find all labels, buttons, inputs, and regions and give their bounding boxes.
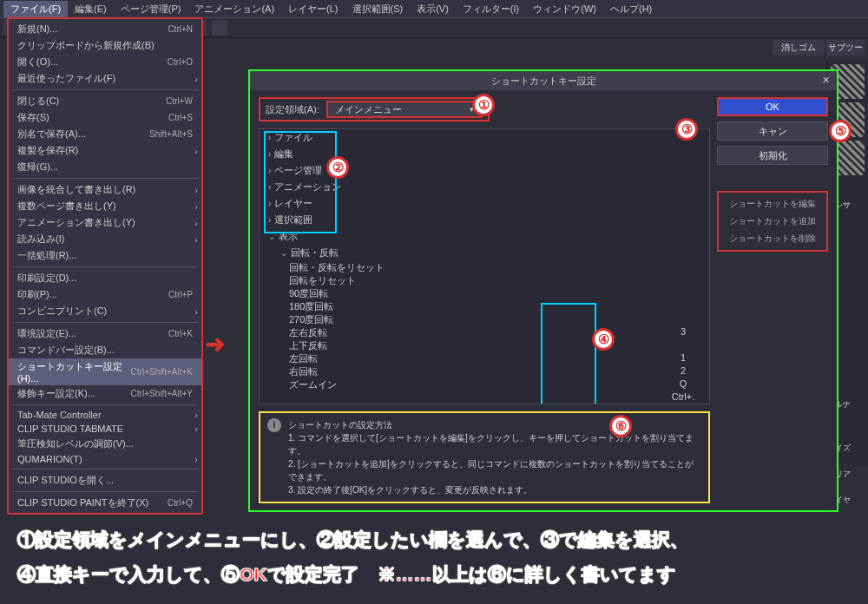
shortcut-action-buttons: ショートカットを編集 ショートカットを追加 ショートカットを削除 <box>717 191 828 252</box>
file-menu-item[interactable]: 保存(S)Ctrl+S <box>9 109 201 126</box>
file-menu-item[interactable]: コンビニプリント(C) <box>9 303 201 319</box>
file-menu-item[interactable]: 別名で保存(A)...Shift+Alt+S <box>9 126 201 142</box>
file-menu-item[interactable]: CLIP STUDIO TABMATE <box>9 422 201 436</box>
tree-child[interactable]: 180度回転 <box>260 300 709 313</box>
file-menu-item[interactable]: 環境設定(E)...Ctrl+K <box>9 325 201 342</box>
file-menu-item[interactable]: コマンドバー設定(B)... <box>9 342 201 358</box>
tree-child[interactable]: Ctrl+. <box>260 391 709 402</box>
tree-node[interactable]: ファイル <box>260 129 709 146</box>
hint-line: 3. 設定の終了後[OK]をクリックすると、変更が反映されます。 <box>288 483 701 496</box>
shortcut-dialog: ショートカットキー設定 ✕ 設定領域(A): メインメニュー ファイル編集ページ… <box>248 69 838 512</box>
tree-node[interactable]: 編集 <box>260 146 709 162</box>
file-menu-item[interactable]: 複製を保存(R) <box>9 142 201 159</box>
tree-child[interactable]: ズームインQ <box>260 378 709 391</box>
annotation-6: ⑥ <box>609 415 632 437</box>
file-menu-item[interactable]: CLIP STUDIOを開く... <box>9 472 201 489</box>
edit-shortcut-button[interactable]: ショートカットを編集 <box>720 196 825 212</box>
tree-node[interactable]: 選択範囲 <box>260 212 709 228</box>
annotation-3: ③ <box>675 118 698 141</box>
tree-child[interactable]: 回転をリセット <box>260 274 709 287</box>
menu-edit[interactable]: 編集(E) <box>68 1 114 17</box>
menu-file[interactable]: ファイル(F) <box>3 1 68 17</box>
file-menu-item[interactable]: 修飾キー設定(K)...Ctrl+Shift+Alt+Y <box>9 385 201 402</box>
file-menu-item[interactable]: 画像を統合して書き出し(R) <box>9 181 201 198</box>
info-icon: i <box>267 418 281 432</box>
tree-node[interactable]: 表示 <box>260 228 709 245</box>
cancel-button[interactable]: キャン <box>717 121 828 141</box>
tree-child[interactable]: 左回転1 <box>260 352 709 365</box>
menu-select[interactable]: 選択範囲(S) <box>345 1 411 17</box>
menu-view[interactable]: 表示(V) <box>410 1 456 17</box>
menubar: ファイル(F) 編集(E) ページ管理(P) アニメーション(A) レイヤー(L… <box>0 0 868 17</box>
tree-node[interactable]: レイヤー <box>260 195 709 212</box>
ok-button[interactable]: OK <box>717 97 828 116</box>
instruction-line-1: ①設定領域をメインメニューにし、②設定したい欄を選んで、③で編集を選択、 <box>17 529 688 549</box>
area-select[interactable]: メインメニュー <box>326 101 483 118</box>
menu-anim[interactable]: アニメーション(A) <box>187 1 281 17</box>
tree-child[interactable]: 右回転2 <box>260 365 709 378</box>
arrow-icon: ➜ <box>205 330 225 358</box>
dialog-title: ショートカットキー設定 <box>491 75 596 88</box>
tree-child[interactable]: 270度回転 <box>260 313 709 326</box>
hint-title: ショートカットの設定方法 <box>288 418 701 431</box>
tree-child[interactable]: W <box>260 402 709 404</box>
file-dropdown: 新規(N)...Ctrl+Nクリップボードから新規作成(B)開く(O)...Ct… <box>7 17 203 515</box>
file-menu-item[interactable]: 一括処理(R)... <box>9 247 201 264</box>
tree-child[interactable]: 回転・反転をリセット <box>260 261 709 274</box>
close-icon[interactable]: ✕ <box>819 74 832 86</box>
add-shortcut-button[interactable]: ショートカットを追加 <box>720 213 825 229</box>
tree-node[interactable]: アニメーション <box>260 179 709 195</box>
file-menu-item[interactable]: 新規(N)...Ctrl+N <box>9 21 201 37</box>
annotation-5: ⑤ <box>829 120 852 142</box>
tree-child[interactable]: 左右反転3 <box>260 326 709 339</box>
file-menu-item[interactable]: 開く(O)...Ctrl+O <box>9 54 201 70</box>
menu-filter[interactable]: フィルター(I) <box>456 1 526 17</box>
menu-layer[interactable]: レイヤー(L) <box>281 1 345 17</box>
annotation-4: ④ <box>592 328 615 351</box>
init-button[interactable]: 初期化 <box>717 146 828 165</box>
tree-child[interactable]: 上下反転 <box>260 339 709 352</box>
annotation-1: ① <box>472 94 495 116</box>
file-menu-item[interactable]: 複数ページ書き出し(Y) <box>9 198 201 214</box>
file-menu-item[interactable]: 印刷(P)...Ctrl+P <box>9 286 201 303</box>
subtools-label: サブツー <box>826 40 865 56</box>
dialog-titlebar: ショートカットキー設定 ✕ <box>250 71 837 90</box>
hint-line: 2. [ショートカットを追加]をクリックすると、同じコマンドに複数のショートカッ… <box>288 457 701 483</box>
annotation-2: ② <box>326 156 349 179</box>
eraser-tool[interactable]: 消しゴム <box>773 40 825 56</box>
file-menu-item[interactable]: 読み込み(I) <box>9 231 201 247</box>
file-menu-item[interactable]: クリップボードから新規作成(B) <box>9 37 201 54</box>
delete-shortcut-button[interactable]: ショートカットを削除 <box>720 231 825 246</box>
menu-page[interactable]: ページ管理(P) <box>114 1 188 17</box>
file-menu-item[interactable]: アニメーション書き出し(Y) <box>9 214 201 231</box>
file-menu-item[interactable]: 復帰(G)... <box>9 159 201 175</box>
area-label: 設定領域(A): <box>266 103 319 116</box>
file-menu-item[interactable]: ショートカットキー設定(H)...Ctrl+Shift+Alt+K <box>9 358 201 385</box>
file-menu-item[interactable]: Tab-Mate Controller <box>9 408 201 422</box>
file-menu-item[interactable]: 最近使ったファイル(F) <box>9 70 201 87</box>
hint-line: 1. コマンドを選択して[ショートカットを編集]をクリックし、キーを押してショー… <box>288 431 701 457</box>
file-menu-item[interactable]: 印刷設定(D)... <box>9 270 201 286</box>
file-menu-item[interactable]: 閉じる(C)Ctrl+W <box>9 93 201 109</box>
menu-window[interactable]: ウィンドウ(W) <box>526 1 603 17</box>
toolbar-button[interactable] <box>212 20 227 36</box>
file-menu-item[interactable]: CLIP STUDIO PAINTを終了(X)Ctrl+Q <box>9 495 201 511</box>
tree-node[interactable]: 回転・反転 <box>260 245 709 261</box>
instruction-line-2: ④直接キーで入力して、⑤OKで設定完了 ※……以上は⑥に詳しく書いてます <box>17 564 676 584</box>
tree-child[interactable]: 90度回転 <box>260 287 709 300</box>
instruction-text: ①設定領域をメインメニューにし、②設定したい欄を選んで、③で編集を選択、 ④直接… <box>17 522 851 592</box>
hint-box: i ショートカットの設定方法 1. コマンドを選択して[ショートカットを編集]を… <box>259 411 710 503</box>
file-menu-item[interactable]: QUMARION(T) <box>9 452 201 466</box>
area-select-value: メインメニュー <box>335 103 402 116</box>
file-menu-item[interactable]: 筆圧検知レベルの調節(V)... <box>9 436 201 452</box>
menu-help[interactable]: ヘルプ(H) <box>603 1 659 17</box>
